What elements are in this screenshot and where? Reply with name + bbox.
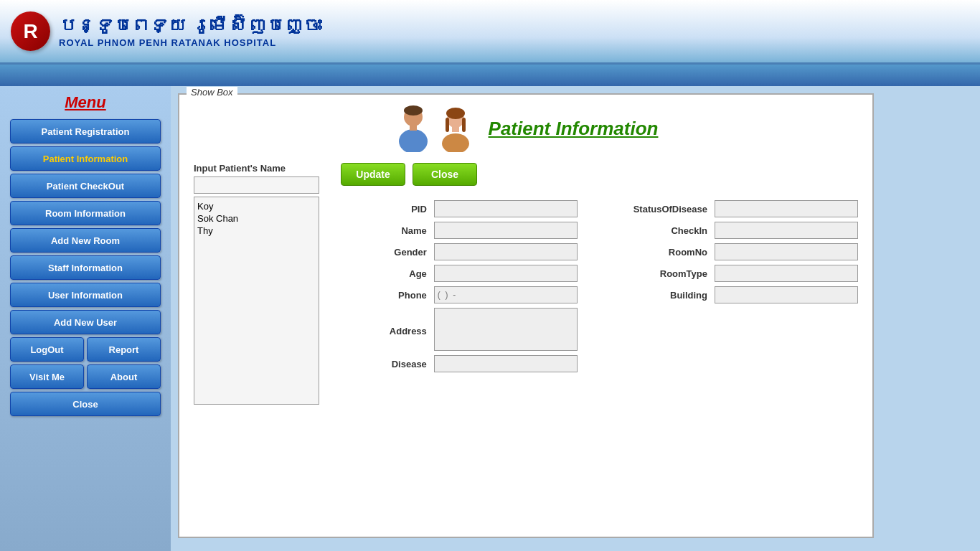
sidebar-item-user-information[interactable]: User Information xyxy=(10,283,161,307)
phone-label: Phone xyxy=(341,290,427,301)
status-label: StatusOfDisease xyxy=(585,204,707,215)
disease-input[interactable] xyxy=(434,355,578,372)
svg-point-2 xyxy=(399,129,428,152)
roomno-label: RoomNo xyxy=(585,247,707,258)
report-button[interactable]: Report xyxy=(87,337,161,362)
section-title: Patient Information xyxy=(489,118,659,140)
list-item[interactable]: Koy xyxy=(197,200,316,212)
show-box-label: Show Box xyxy=(187,87,237,98)
logout-button[interactable]: LogOut xyxy=(10,337,84,362)
close-sidebar-button[interactable]: Close xyxy=(10,392,161,416)
building-input[interactable] xyxy=(715,286,858,303)
hospital-name: បន្ទូបពេទ្យ រូម៉ើស៊ិញបញ្ចេះ ROYAL PHNOM … xyxy=(59,14,321,47)
avatar-icon xyxy=(394,105,474,152)
sidebar-item-staff-information[interactable]: Staff Information xyxy=(10,255,161,280)
address-input[interactable] xyxy=(434,308,578,351)
sidebar: Menu Patient Registration Patient Inform… xyxy=(0,86,171,551)
svg-rect-3 xyxy=(410,125,417,131)
age-input[interactable] xyxy=(434,265,578,282)
sidebar-item-patient-registration[interactable]: Patient Registration xyxy=(10,119,161,143)
list-item[interactable]: Sok Chan xyxy=(197,212,316,225)
hospital-english-text: ROYAL PHNOM PENH RATANAK HOSPITAL xyxy=(59,37,321,48)
gender-label: Gender xyxy=(341,247,427,258)
disease-label: Disease xyxy=(341,359,427,369)
visit-me-button[interactable]: Visit Me xyxy=(10,364,84,389)
building-label: Building xyxy=(585,290,707,301)
status-input[interactable] xyxy=(715,200,858,217)
sidebar-row-2: Visit Me About xyxy=(10,364,161,389)
hospital-khmer-text: បន្ទូបពេទ្យ រូម៉ើស៊ិញបញ្ចេះ xyxy=(59,14,321,37)
close-button[interactable]: Close xyxy=(413,163,477,186)
sidebar-item-add-new-user[interactable]: Add New User xyxy=(10,310,161,334)
update-button[interactable]: Update xyxy=(341,163,405,186)
menu-title: Menu xyxy=(65,93,105,112)
name-label: Name xyxy=(341,225,427,236)
content-area: Show Box xyxy=(171,86,980,551)
svg-rect-9 xyxy=(452,126,459,132)
left-search-panel: Input Patient's Name Koy Sok Chan Thy xyxy=(194,163,326,405)
sidebar-item-patient-information[interactable]: Patient Information xyxy=(10,146,161,171)
about-button[interactable]: About xyxy=(87,364,161,389)
roomtype-input[interactable] xyxy=(715,265,858,282)
phone-input[interactable] xyxy=(434,286,578,303)
search-label: Input Patient's Name xyxy=(194,163,326,174)
female-avatar-icon xyxy=(437,108,474,152)
list-item[interactable]: Thy xyxy=(197,225,316,237)
gender-input[interactable] xyxy=(434,243,578,260)
header: R បន្ទូបពេទ្យ រូម៉ើស៊ិញបញ្ចេះ ROYAL PHNO… xyxy=(0,0,980,65)
svg-point-5 xyxy=(446,108,465,119)
fields-grid: PID StatusOfDisease Name CheckIn Gender … xyxy=(341,200,858,372)
show-box: Show Box xyxy=(178,93,874,538)
pid-label: PID xyxy=(341,204,427,215)
search-input[interactable] xyxy=(194,176,319,194)
fields-panel: Update Close PID StatusOfDisease Name C xyxy=(341,163,858,405)
address-label: Address xyxy=(341,323,427,336)
patient-list[interactable]: Koy Sok Chan Thy xyxy=(194,197,319,405)
checkin-label: CheckIn xyxy=(585,225,707,236)
phone-wrapper xyxy=(434,286,578,303)
roomtype-label: RoomType xyxy=(585,268,707,279)
name-input[interactable] xyxy=(434,222,578,239)
svg-point-8 xyxy=(442,133,469,152)
sidebar-row-1: LogOut Report xyxy=(10,337,161,362)
patient-header: Patient Information xyxy=(194,105,858,152)
checkin-input[interactable] xyxy=(715,222,858,239)
action-buttons-row: Update Close xyxy=(341,163,858,186)
sidebar-item-add-new-room[interactable]: Add New Room xyxy=(10,228,161,253)
logo-icon: R xyxy=(11,11,50,51)
pid-input[interactable] xyxy=(434,200,578,217)
main-layout: Menu Patient Registration Patient Inform… xyxy=(0,86,980,551)
sidebar-item-room-information[interactable]: Room Information xyxy=(10,201,161,225)
svg-rect-6 xyxy=(446,118,449,132)
age-label: Age xyxy=(341,268,427,279)
sidebar-item-patient-checkout[interactable]: Patient CheckOut xyxy=(10,174,161,198)
svg-point-1 xyxy=(404,105,423,116)
roomno-input[interactable] xyxy=(715,243,858,260)
male-avatar-icon xyxy=(394,105,433,152)
form-area: Input Patient's Name Koy Sok Chan Thy Up… xyxy=(194,163,858,405)
svg-rect-7 xyxy=(462,118,466,132)
nav-band xyxy=(0,65,980,86)
